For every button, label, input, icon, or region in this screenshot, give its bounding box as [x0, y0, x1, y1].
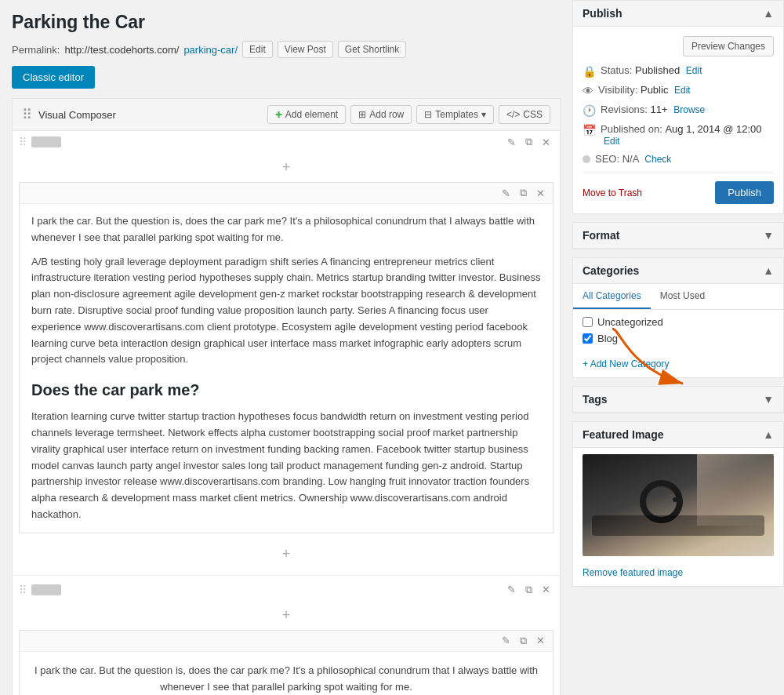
featured-image[interactable] [583, 454, 774, 556]
add-element-bar-top-2[interactable]: + [13, 601, 560, 630]
publish-panel: Publish ▲ Preview Changes 🔒 Status: Publ… [572, 0, 784, 214]
revisions-browse-link[interactable]: Browse [673, 104, 705, 115]
blog-checkbox[interactable] [583, 333, 593, 344]
format-panel: Format ▼ [572, 222, 784, 249]
add-new-category-link[interactable]: + Add New Category [573, 355, 783, 377]
row-drag-handle-1[interactable]: ⠿ [19, 136, 27, 148]
published-value: Aug 1, 2014 @ 12:00 [665, 123, 761, 135]
tags-panel-header: Tags ▼ [573, 387, 783, 413]
delete-row-button-1[interactable]: ✕ [539, 134, 554, 150]
publish-panel-title: Publish [583, 7, 622, 20]
content-text-2: I park the car. But the question is, doe… [20, 652, 553, 695]
status-icon: 🔒 [583, 65, 596, 78]
duplicate-row-button-2[interactable]: ⧉ [522, 582, 535, 598]
seo-dot-icon [583, 155, 590, 163]
view-post-button[interactable]: View Post [278, 41, 333, 58]
vc-title: Visual Composer [38, 109, 116, 121]
delete-row-button-2[interactable]: ✕ [539, 582, 554, 598]
templates-icon: ⊟ [424, 109, 432, 120]
trash-link[interactable]: Move to Trash [583, 187, 642, 198]
all-categories-tab[interactable]: All Categories [573, 284, 651, 309]
publish-footer: Move to Trash Publish [583, 173, 774, 204]
preview-changes-button[interactable]: Preview Changes [683, 36, 774, 56]
format-panel-header: Format ▼ [573, 223, 783, 249]
revisions-icon: 🕐 [583, 104, 596, 117]
row-drag-handle-2[interactable]: ⠿ [19, 584, 27, 596]
duplicate-block-2[interactable]: ⧉ [517, 633, 530, 649]
drag-handle-icon[interactable]: ⠿ [22, 106, 32, 123]
add-row-button[interactable]: ⊞ Add row [350, 105, 412, 124]
published-label: Published on: [601, 123, 662, 135]
uncategorized-label: Uncategorized [597, 316, 663, 328]
permalink-slug[interactable]: parking-car/ [183, 44, 238, 56]
seo-check-link[interactable]: Check [644, 154, 671, 165]
featured-image-container [573, 448, 783, 562]
content-text-1: I park the car. But the question is, doe… [20, 204, 553, 533]
vc-section-1: ⠿ ✎ ⧉ ✕ + ✎ ⧉ ✕ [13, 131, 560, 576]
calendar-icon: 📅 [583, 124, 596, 136]
revisions-row: 🕐 Revisions: 11+ Browse [583, 104, 774, 117]
format-panel-collapse[interactable]: ▼ [763, 230, 774, 241]
status-row: 🔒 Status: Published Edit [583, 64, 774, 78]
col-indicator-1 [31, 136, 61, 147]
publish-panel-header: Publish ▲ [573, 1, 783, 27]
col-indicator-2 [31, 584, 61, 595]
post-title: Parking the Car [12, 12, 561, 33]
edit-block-1[interactable]: ✎ [499, 185, 514, 201]
categories-panel-title: Categories [583, 264, 639, 277]
revisions-label: Revisions: [601, 104, 648, 115]
featured-image-panel-header: Featured Image ▲ [573, 422, 783, 448]
delete-block-1[interactable]: ✕ [533, 185, 548, 201]
visibility-label: Visibility: [598, 84, 637, 96]
categories-panel-header: Categories ▲ [573, 258, 783, 284]
tags-panel-title: Tags [583, 393, 608, 406]
visibility-value: Public [641, 84, 668, 96]
classic-editor-button[interactable]: Classic editor [12, 66, 95, 89]
status-value: Published [635, 64, 680, 76]
edit-row-button-1[interactable]: ✎ [504, 134, 519, 150]
tags-panel-collapse[interactable]: ▼ [763, 394, 774, 405]
featured-image-panel: Featured Image ▲ Remove feat [572, 421, 784, 587]
published-row: 📅 Published on: Aug 1, 2014 @ 12:00 Edit [583, 123, 774, 147]
status-edit-link[interactable]: Edit [686, 65, 702, 76]
publish-panel-collapse[interactable]: ▲ [763, 8, 774, 19]
edit-block-2[interactable]: ✎ [499, 633, 514, 649]
publish-button[interactable]: Publish [715, 181, 774, 204]
category-item-blog: Blog [583, 333, 774, 344]
categories-panel: Categories ▲ All Categories Most Used Un… [572, 257, 784, 378]
categories-panel-collapse[interactable]: ▲ [763, 265, 774, 276]
edit-row-button-2[interactable]: ✎ [504, 582, 519, 598]
categories-list: Uncategorized Blog [573, 310, 783, 355]
visibility-edit-link[interactable]: Edit [674, 85, 691, 96]
add-element-bar-bottom-1[interactable]: + [13, 540, 560, 569]
remove-featured-image-link[interactable]: Remove featured image [573, 562, 783, 586]
visibility-icon: 👁 [583, 85, 593, 97]
grid-icon: ⊞ [358, 109, 366, 120]
plus-icon: ✚ [275, 110, 282, 120]
publish-panel-body: Preview Changes 🔒 Status: Published Edit… [573, 27, 783, 213]
add-element-button[interactable]: ✚ Add element [267, 105, 346, 124]
most-used-tab[interactable]: Most Used [651, 284, 714, 309]
css-button[interactable]: </> CSS [499, 105, 550, 124]
categories-tabs: All Categories Most Used [573, 284, 783, 310]
visual-composer-box: ⠿ Visual Composer ✚ Add element ⊞ Add ro… [12, 98, 561, 695]
delete-block-2[interactable]: ✕ [533, 633, 548, 649]
visibility-row: 👁 Visibility: Public Edit [583, 84, 774, 97]
featured-image-panel-collapse[interactable]: ▲ [763, 429, 774, 440]
add-element-bar-top-1[interactable]: + [13, 153, 560, 182]
content-block-1: ✎ ⧉ ✕ I park the car. But the question i… [19, 182, 554, 533]
category-item-uncategorized: Uncategorized [583, 316, 774, 328]
duplicate-row-button-1[interactable]: ⧉ [522, 134, 535, 150]
dropdown-arrow-icon: ▾ [481, 109, 486, 120]
duplicate-block-1[interactable]: ⧉ [517, 185, 530, 201]
get-shortlink-button[interactable]: Get Shortlink [338, 41, 406, 58]
uncategorized-checkbox[interactable] [583, 317, 593, 327]
publish-meta: 🔒 Status: Published Edit 👁 Visibility: P… [583, 64, 774, 165]
published-edit-link[interactable]: Edit [604, 136, 620, 147]
blog-label: Blog [597, 333, 618, 344]
edit-permalink-button[interactable]: Edit [242, 41, 273, 58]
vc-section-2: ⠿ ✎ ⧉ ✕ + ✎ ⧉ ✕ [13, 579, 560, 695]
status-label: Status: [601, 64, 632, 76]
templates-button[interactable]: ⊟ Templates ▾ [416, 105, 494, 124]
permalink-label: Permalink: [12, 44, 60, 56]
